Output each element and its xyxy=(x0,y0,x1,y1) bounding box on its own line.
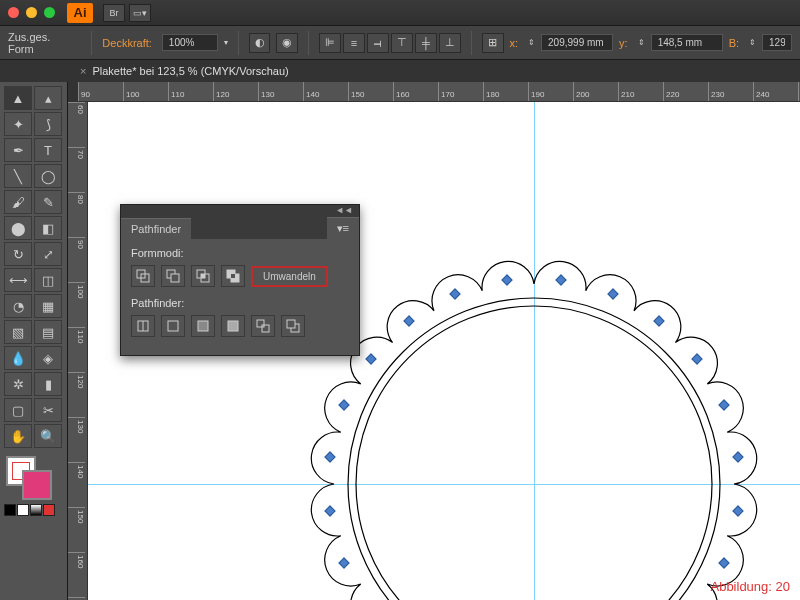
magic-wand-tool[interactable]: ✦ xyxy=(4,112,32,136)
pen-tool[interactable]: ✒ xyxy=(4,138,32,162)
outline-button[interactable] xyxy=(251,315,275,337)
stroke-swatch[interactable] xyxy=(22,470,52,500)
ruler-horizontal[interactable]: 9010011012013014015016017018019020021022… xyxy=(78,82,800,102)
gradient-tool[interactable]: ▤ xyxy=(34,320,62,344)
close-window[interactable] xyxy=(8,7,19,18)
app-logo-ai: Ai xyxy=(67,3,93,23)
minimize-window[interactable] xyxy=(26,7,37,18)
svg-point-0 xyxy=(348,298,720,600)
expand-button[interactable]: Umwandeln xyxy=(251,266,328,287)
zoom-tool[interactable]: 🔍 xyxy=(34,424,62,448)
align-top-icon[interactable]: ⊤ xyxy=(391,33,413,53)
selection-tool[interactable]: ▲ xyxy=(4,86,32,110)
width-tool[interactable]: ⟷ xyxy=(4,268,32,292)
x-input[interactable] xyxy=(541,34,613,51)
align-hcenter-icon[interactable]: ≡ xyxy=(343,33,365,53)
color-swatches[interactable] xyxy=(4,456,63,500)
merge-button[interactable] xyxy=(191,315,215,337)
free-transform-tool[interactable]: ◫ xyxy=(34,268,62,292)
shape-modes-label: Formmodi: xyxy=(131,247,349,259)
svg-rect-14 xyxy=(168,321,178,331)
svg-rect-5 xyxy=(171,274,179,282)
panel-tab-pathfinder[interactable]: Pathfinder xyxy=(121,218,191,239)
artboard-tool[interactable]: ▢ xyxy=(4,398,32,422)
bridge-button[interactable]: Br xyxy=(103,4,125,22)
align-vcenter-icon[interactable]: ╪ xyxy=(415,33,437,53)
control-bar: Zus.ges. Form Deckkraft: ▾ ◐ ◉ ⊫ ≡ ⫤ ⊤ ╪… xyxy=(0,26,800,60)
pathfinder-panel[interactable]: ◄◄ Pathfinder ▾≡ Formmodi: Umwandeln Pat… xyxy=(120,204,360,356)
crop-button[interactable] xyxy=(221,315,245,337)
rotate-tool[interactable]: ↻ xyxy=(4,242,32,266)
minus-front-button[interactable] xyxy=(161,265,185,287)
eraser-tool[interactable]: ◧ xyxy=(34,216,62,240)
b-label: B: xyxy=(729,37,739,49)
intersect-button[interactable] xyxy=(191,265,215,287)
panel-menu-icon[interactable]: ▾≡ xyxy=(327,217,359,239)
align-bottom-icon[interactable]: ⊥ xyxy=(439,33,461,53)
opacity-label: Deckkraft: xyxy=(102,37,152,49)
recolor-icon[interactable]: ◉ xyxy=(276,33,298,53)
workspace: ▲▴ ✦⟆ ✒T ╲◯ 🖌✎ ⬤◧ ↻⤢ ⟷◫ ◔▦ ▧▤ 💧◈ ✲▮ ▢✂ ✋… xyxy=(0,82,800,600)
perspective-tool[interactable]: ▦ xyxy=(34,294,62,318)
reflect-tool[interactable]: ⤢ xyxy=(34,242,62,266)
brush-tool[interactable]: 🖌 xyxy=(4,190,32,214)
tab-close-button[interactable]: × xyxy=(80,65,86,77)
graph-tool[interactable]: ▮ xyxy=(34,372,62,396)
artwork-badge[interactable] xyxy=(309,259,759,600)
style-icon[interactable]: ◐ xyxy=(249,33,271,53)
exclude-button[interactable] xyxy=(221,265,245,287)
lasso-tool[interactable]: ⟆ xyxy=(34,112,62,136)
svg-rect-20 xyxy=(287,320,295,328)
b-input[interactable] xyxy=(762,34,792,51)
eyedropper-tool[interactable]: 💧 xyxy=(4,346,32,370)
x-label: x: xyxy=(510,37,519,49)
selection-type-label: Zus.ges. Form xyxy=(8,31,77,55)
document-tabbar: × Plakette* bei 123,5 % (CMYK/Vorschau) xyxy=(0,60,800,82)
svg-rect-17 xyxy=(257,320,264,327)
mesh-tool[interactable]: ▧ xyxy=(4,320,32,344)
minus-back-button[interactable] xyxy=(281,315,305,337)
align-right-icon[interactable]: ⫤ xyxy=(367,33,389,53)
direct-selection-tool[interactable]: ▴ xyxy=(34,86,62,110)
slice-tool[interactable]: ✂ xyxy=(34,398,62,422)
opacity-input[interactable] xyxy=(162,34,218,51)
svg-rect-16 xyxy=(228,321,238,331)
figure-caption: Abbildung: 20 xyxy=(710,579,790,594)
ruler-vertical[interactable]: 60708090100110120130140150160170 xyxy=(68,102,88,600)
y-input[interactable] xyxy=(651,34,723,51)
svg-rect-8 xyxy=(201,274,205,278)
blend-tool[interactable]: ◈ xyxy=(34,346,62,370)
zoom-window[interactable] xyxy=(44,7,55,18)
pencil-tool[interactable]: ✎ xyxy=(34,190,62,214)
svg-rect-11 xyxy=(231,274,235,278)
svg-point-1 xyxy=(356,306,712,600)
macos-titlebar: Ai Br ▭▾ xyxy=(0,0,800,26)
toolbox: ▲▴ ✦⟆ ✒T ╲◯ 🖌✎ ⬤◧ ↻⤢ ⟷◫ ◔▦ ▧▤ 💧◈ ✲▮ ▢✂ ✋… xyxy=(0,82,68,600)
divide-button[interactable] xyxy=(131,315,155,337)
window-controls xyxy=(8,7,55,18)
ellipse-tool[interactable]: ◯ xyxy=(34,164,62,188)
svg-rect-15 xyxy=(198,321,208,331)
svg-rect-18 xyxy=(262,325,269,332)
panel-collapse[interactable]: ◄◄ xyxy=(121,205,359,217)
type-tool[interactable]: T xyxy=(34,138,62,162)
line-tool[interactable]: ╲ xyxy=(4,164,32,188)
document-tab-title[interactable]: Plakette* bei 123,5 % (CMYK/Vorschau) xyxy=(92,65,288,77)
align-left-icon[interactable]: ⊫ xyxy=(319,33,341,53)
blob-brush-tool[interactable]: ⬤ xyxy=(4,216,32,240)
arrange-button[interactable]: ▭▾ xyxy=(129,4,151,22)
pathfinder-ops-label: Pathfinder: xyxy=(131,297,349,309)
y-label: y: xyxy=(619,37,628,49)
unite-button[interactable] xyxy=(131,265,155,287)
symbol-sprayer-tool[interactable]: ✲ xyxy=(4,372,32,396)
shape-builder-tool[interactable]: ◔ xyxy=(4,294,32,318)
trim-button[interactable] xyxy=(161,315,185,337)
color-mode-switches[interactable] xyxy=(4,504,63,516)
hand-tool[interactable]: ✋ xyxy=(4,424,32,448)
align-group: ⊫ ≡ ⫤ ⊤ ╪ ⊥ xyxy=(319,33,461,53)
transform-icon[interactable]: ⊞ xyxy=(482,33,504,53)
